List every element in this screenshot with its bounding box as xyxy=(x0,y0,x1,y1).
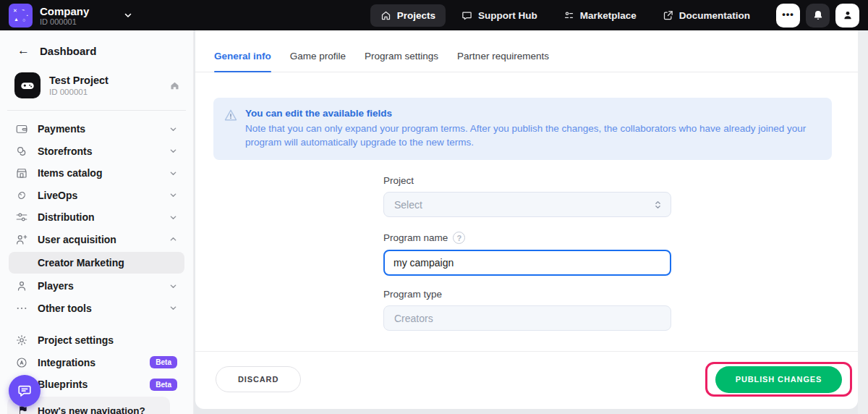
chevron-down-icon xyxy=(169,191,177,199)
nav-label: Projects xyxy=(397,10,435,21)
sidebar-item-payments[interactable]: Payments xyxy=(0,118,193,140)
tab-game-profile[interactable]: Game profile xyxy=(290,51,346,72)
program-name-input[interactable] xyxy=(383,250,671,276)
chevron-down-icon xyxy=(169,304,177,312)
project-name: Test Project xyxy=(49,75,169,87)
sidebar-item-label: Other tools xyxy=(38,303,169,314)
main-content: General info Game profile Program settin… xyxy=(195,30,858,409)
chevron-down-icon xyxy=(169,214,177,221)
nav-documentation[interactable]: Documentation xyxy=(652,4,760,27)
beta-badge: Beta xyxy=(150,356,177,368)
shop-icon xyxy=(14,166,29,179)
select-placeholder: Select xyxy=(394,199,654,211)
chat-icon xyxy=(461,10,472,21)
notifications-button[interactable] xyxy=(806,4,830,28)
sidebar-item-other-tools[interactable]: Other tools xyxy=(0,297,193,320)
chevron-down-icon xyxy=(169,125,177,133)
sliders-icon xyxy=(14,211,29,224)
tab-bar: General info Game profile Program settin… xyxy=(195,30,858,72)
back-to-dashboard[interactable]: ← Dashboard xyxy=(0,30,193,67)
sidebar-item-user-acquisition[interactable]: User acquisition xyxy=(0,229,193,251)
program-name-label-text: Program name xyxy=(383,232,448,243)
home-small-icon[interactable] xyxy=(169,80,180,91)
company-id: ID 000001 xyxy=(40,17,89,26)
program-type-label: Program type xyxy=(383,289,671,300)
sidebar-item-label: Items catalog xyxy=(38,167,169,179)
coins-icon xyxy=(14,145,29,158)
publish-changes-button[interactable]: PUBLISH CHANGES xyxy=(715,366,843,393)
sidebar-item-label: Storefronts xyxy=(38,145,169,157)
chevron-down-icon xyxy=(169,147,177,155)
nav-label: Documentation xyxy=(679,10,750,21)
beta-badge: Beta xyxy=(150,379,177,391)
scrollbar-track[interactable] xyxy=(858,30,868,414)
sidebar-item-label: Players xyxy=(38,280,169,292)
info-banner: You can edit the available fields Note t… xyxy=(213,98,832,160)
user-plus-icon xyxy=(14,233,29,246)
nav-marketplace[interactable]: Marketplace xyxy=(553,4,647,27)
highlight-ring: PUBLISH CHANGES xyxy=(705,362,852,397)
more-button[interactable]: ••• xyxy=(776,4,800,28)
sidebar-item-players[interactable]: Players xyxy=(0,275,193,297)
company-name: Company xyxy=(40,5,89,17)
header-nav: Projects Support Hub Marketplace Documen… xyxy=(370,4,760,27)
sidebar-item-distribution[interactable]: Distribution xyxy=(0,206,193,229)
ellipsis-icon xyxy=(14,302,29,315)
project-card[interactable]: Test Project ID 000001 xyxy=(7,67,186,111)
chevron-up-icon xyxy=(169,235,177,243)
banner-body: Note that you can only expand your progr… xyxy=(245,122,820,149)
sidebar-item-creator-marketing[interactable]: Creator Marketing xyxy=(9,252,184,274)
chat-bubble-icon xyxy=(17,383,33,399)
sidebar-item-project-settings[interactable]: Project settings xyxy=(0,329,193,352)
sidebar-item-label: Distribution xyxy=(38,211,169,223)
back-arrow-icon: ← xyxy=(17,43,30,58)
chevron-down-icon[interactable] xyxy=(124,11,132,20)
header-actions: ••• xyxy=(776,4,859,28)
back-label: Dashboard xyxy=(40,45,96,57)
account-button[interactable] xyxy=(835,4,859,28)
nav-support-hub[interactable]: Support Hub xyxy=(451,4,548,27)
sidebar-item-storefronts[interactable]: Storefronts xyxy=(0,140,193,163)
program-type-field: Creators xyxy=(383,305,671,331)
chevron-down-icon xyxy=(169,169,177,177)
company-switcher[interactable]: Company ID 000001 xyxy=(40,5,89,26)
nav-label: Support Hub xyxy=(478,10,537,21)
chat-widget-button[interactable] xyxy=(9,375,41,407)
user-icon xyxy=(14,279,29,292)
account-icon xyxy=(842,9,854,21)
integrations-icon xyxy=(14,356,29,369)
home-icon xyxy=(380,10,391,21)
warning-triangle-icon xyxy=(224,108,238,149)
nav-projects[interactable]: Projects xyxy=(370,4,446,27)
sidebar-item-label: Project settings xyxy=(38,334,177,346)
tab-program-settings[interactable]: Program settings xyxy=(365,51,438,72)
program-name-label: Program name ? xyxy=(383,232,671,244)
sidebar-item-liveops[interactable]: LiveOps xyxy=(0,185,193,207)
tab-partner-requirements[interactable]: Partner requirements xyxy=(457,51,549,72)
program-form: Project Select Program name ? Program ty… xyxy=(383,175,671,331)
sidebar-item-items-catalog[interactable]: Items catalog xyxy=(0,162,193,185)
whats-new-label: How's new navigation? xyxy=(38,405,145,414)
help-icon[interactable]: ? xyxy=(453,232,465,244)
sidebar-item-integrations[interactable]: Integrations Beta xyxy=(0,352,193,374)
disc-icon xyxy=(14,189,29,202)
select-updown-icon xyxy=(654,200,662,210)
bell-icon xyxy=(812,9,824,21)
project-id: ID 000001 xyxy=(49,87,169,97)
sidebar-item-label: Blueprints xyxy=(38,379,150,390)
nav-label: Marketplace xyxy=(580,10,637,21)
banner-title: You can edit the available fields xyxy=(245,107,820,120)
tab-general-info[interactable]: General info xyxy=(214,51,271,72)
sidebar: ← Dashboard Test Project ID 000001 Payme… xyxy=(0,30,194,414)
discard-button[interactable]: DISCARD xyxy=(216,366,301,392)
sidebar-item-label: LiveOps xyxy=(38,190,169,201)
more-icon: ••• xyxy=(782,9,794,20)
action-footer: DISCARD PUBLISH CHANGES xyxy=(195,352,858,409)
program-type-value: Creators xyxy=(394,313,433,324)
gamepad-icon xyxy=(14,72,41,98)
company-logo[interactable]: ✕⌁ ▲○ ▪ xyxy=(9,4,33,28)
project-select[interactable]: Select xyxy=(383,192,671,217)
sidebar-item-label: User acquisition xyxy=(38,234,169,245)
gear-icon xyxy=(14,334,29,347)
wallet-icon xyxy=(14,122,29,135)
